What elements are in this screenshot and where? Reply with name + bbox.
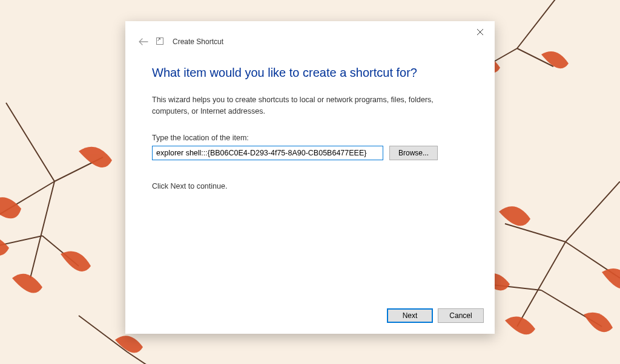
- shortcut-icon: [156, 37, 165, 47]
- back-button[interactable]: [136, 34, 151, 49]
- back-arrow-icon: [139, 38, 148, 45]
- dialog-description: This wizard helps you to create shortcut…: [152, 94, 461, 118]
- next-button[interactable]: Next: [387, 308, 433, 323]
- create-shortcut-dialog: Create Shortcut What item would you like…: [125, 21, 495, 334]
- background-leaf-decoration: [481, 181, 620, 363]
- location-input-row: Browse...: [152, 146, 468, 160]
- location-input[interactable]: [152, 146, 383, 160]
- continue-instruction: Click Next to continue.: [152, 182, 468, 190]
- dialog-body: What item would you like to create a sho…: [125, 49, 495, 301]
- location-label: Type the location of the item:: [152, 134, 468, 142]
- dialog-title: Create Shortcut: [173, 37, 223, 46]
- dialog-heading: What item would you like to create a sho…: [152, 66, 468, 80]
- close-icon: [477, 28, 484, 36]
- background-leaf-decoration: [0, 97, 139, 296]
- browse-button[interactable]: Browse...: [389, 146, 438, 160]
- close-button[interactable]: [472, 25, 489, 39]
- dialog-header: Create Shortcut: [125, 21, 495, 49]
- dialog-footer: Next Cancel: [125, 301, 495, 334]
- cancel-button[interactable]: Cancel: [438, 308, 484, 323]
